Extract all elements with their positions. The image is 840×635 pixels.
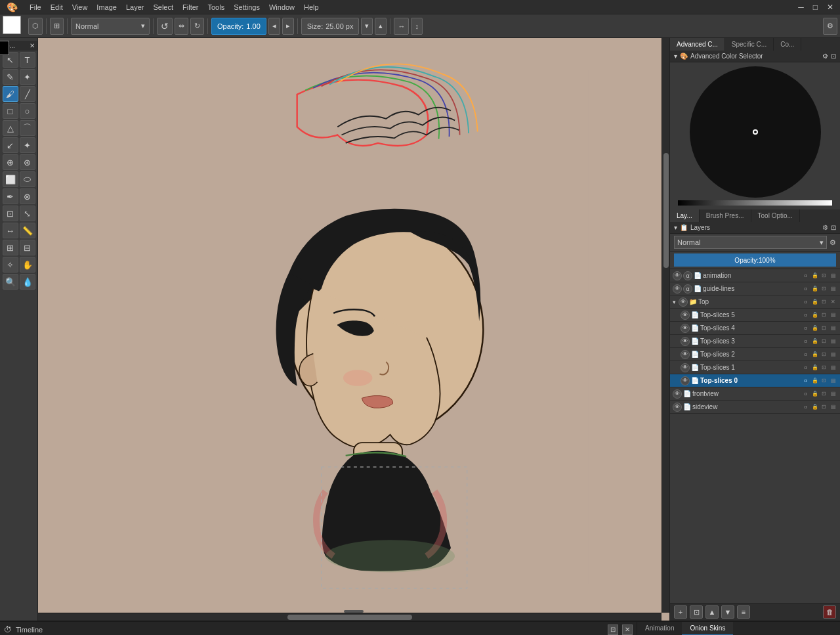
layer-vis-ts5[interactable]: 👁 [681, 311, 690, 320]
layer-vis-ts2[interactable]: 👁 [681, 350, 690, 359]
color-wheel[interactable] [690, 66, 821, 198]
size-value[interactable]: 25.00 px [326, 22, 353, 30]
spray-tool[interactable]: ✦ [20, 137, 35, 153]
layer-group-top[interactable]: ▾ 👁 📁 Top α 🔒 ⊡ ✕ [670, 296, 840, 309]
layer-vis-side[interactable]: 👁 [673, 403, 682, 412]
vertical-scrollbar[interactable] [662, 38, 669, 613]
layer-guide-lines[interactable]: 👁 α 📄 guide-lines α 🔒 ⊡ ▤ [670, 282, 840, 296]
reset-btn[interactable]: ↺ [157, 18, 173, 35]
layer-vis-front[interactable]: 👁 [673, 389, 682, 399]
tab-layers[interactable]: Lay... [670, 209, 700, 222]
text-tool[interactable]: T [20, 52, 35, 68]
magnetic-select[interactable]: ⊗ [20, 188, 35, 204]
opacity-input-group[interactable]: Opacity: 1.00 [211, 18, 266, 35]
menu-help[interactable]: Help [300, 2, 323, 12]
layer-sideview[interactable]: 👁 📄 sideview α 🔒 ⊡ ▤ [670, 401, 840, 414]
canvas-area[interactable] [38, 38, 669, 621]
ellipse-select[interactable]: ⬭ [20, 171, 35, 187]
polygon-tool[interactable]: △ [3, 120, 18, 136]
move-down-btn[interactable]: ▼ [721, 605, 734, 619]
window-max[interactable]: □ [809, 1, 822, 13]
panel-resize-handle[interactable] [344, 610, 364, 613]
bezier-tool[interactable]: ✧ [3, 257, 18, 273]
background-color[interactable] [0, 41, 9, 55]
timeline-popup-btn[interactable]: ⊡ [608, 624, 618, 635]
tab-brush-presets[interactable]: Brush Pres... [700, 209, 751, 222]
color-selector-settings[interactable]: ⚙ [822, 53, 828, 60]
window-min[interactable]: ─ [794, 1, 808, 13]
color-mode-btn[interactable]: ⬡ [28, 18, 43, 35]
layer-vis-ts1[interactable]: 👁 [681, 363, 690, 372]
warp-tool[interactable]: ↙ [3, 137, 18, 153]
menu-file[interactable]: File [26, 2, 45, 12]
grid-tool[interactable]: ⊟ [20, 240, 35, 255]
layer-vis-top[interactable]: 👁 [679, 297, 688, 307]
brush-tool[interactable]: 🖌 [3, 86, 18, 102]
flip-h-btn[interactable]: ↔ [394, 18, 409, 35]
copy-layer-btn[interactable]: ⊡ [690, 605, 703, 619]
transform-tool[interactable]: ↔ [3, 223, 18, 238]
layer-top-slices-4[interactable]: 👁 📄 Top-slices 4 α 🔒 ⊡ ▤ [670, 322, 840, 335]
delete-layer-btn[interactable]: 🗑 [823, 605, 836, 619]
add-layer-btn[interactable]: + [674, 605, 687, 619]
layers-settings[interactable]: ⚙ [822, 224, 828, 231]
foreground-color[interactable] [3, 16, 21, 34]
menu-settings[interactable]: Settings [230, 2, 264, 12]
timeline-close-btn[interactable]: ✕ [622, 624, 633, 635]
menu-select[interactable]: Select [149, 2, 177, 12]
size-input-group[interactable]: Size: 25.00 px [301, 18, 360, 35]
group-expand-arrow[interactable]: ▾ [673, 299, 676, 305]
window-close[interactable]: ✕ [823, 1, 837, 13]
tab-animation[interactable]: Animation [637, 622, 682, 635]
layer-vis-ts0[interactable]: 👁 [681, 376, 690, 385]
layer-top-slices-2[interactable]: 👁 📄 Top-slices 2 α 🔒 ⊡ ▤ [670, 348, 840, 361]
settings-btn[interactable]: ⚙ [823, 18, 837, 35]
rect-tool[interactable]: □ [3, 103, 18, 119]
menu-tools[interactable]: Tools [204, 2, 229, 12]
layer-vis-ts3[interactable]: 👁 [681, 337, 690, 346]
size-decr[interactable]: ▾ [361, 18, 373, 35]
layers-detach[interactable]: ⊡ [831, 224, 836, 231]
layer-alpha-animation[interactable]: α [683, 271, 692, 280]
brightness-slider[interactable] [678, 200, 832, 206]
toolbox-close[interactable]: ✕ [30, 42, 35, 49]
blend-mode-dropdown[interactable]: Normal ▾ [674, 236, 827, 249]
mirror-h-btn[interactable]: ⇔ [175, 18, 188, 35]
tab-onion-skins[interactable]: Onion Skins [682, 622, 733, 635]
opacity-decr[interactable]: ◂ [268, 18, 280, 35]
menu-window[interactable]: Window [265, 2, 299, 12]
layer-frontview[interactable]: 👁 📄 frontview α 🔒 ⊡ ▤ [670, 387, 840, 401]
freehand-select[interactable]: ⌒ [20, 120, 35, 136]
reference-tool[interactable]: ⊞ [3, 240, 18, 255]
brush-mode-dropdown[interactable]: Normal ▾ [71, 18, 150, 35]
tab-color3[interactable]: Co... [774, 38, 801, 51]
menu-layer[interactable]: Layer [122, 2, 148, 12]
menu-image[interactable]: Image [93, 2, 121, 12]
color-select[interactable]: ⊛ [20, 154, 35, 170]
rect-select[interactable]: ⬜ [3, 171, 18, 187]
layer-vis-guide[interactable]: 👁 [673, 284, 682, 294]
layer-alpha-guide[interactable]: α [683, 284, 692, 294]
flip-v-btn[interactable]: ↕ [411, 18, 423, 35]
menu-edit[interactable]: Edit [47, 2, 67, 12]
layer-vis-ts4[interactable]: 👁 [681, 324, 690, 333]
tab-specific-color[interactable]: Specific C... [725, 38, 774, 51]
layer-vis-animation[interactable]: 👁 [673, 271, 682, 280]
ruler-tool[interactable]: 📏 [20, 223, 35, 238]
ellipse-tool[interactable]: ○ [20, 103, 35, 119]
menu-view[interactable]: View [68, 2, 92, 12]
rotate-btn[interactable]: ↻ [190, 18, 204, 35]
menu-filter[interactable]: Filter [178, 2, 202, 12]
zoom-tool[interactable]: 🔍 [3, 274, 18, 290]
tab-tool-options[interactable]: Tool Optio... [751, 209, 800, 222]
crop-tool[interactable]: ⊡ [3, 206, 18, 221]
layer-animation[interactable]: 👁 α 📄 animation α 🔒 ⊡ ▤ [670, 269, 840, 282]
freehand-path[interactable]: ✒ [3, 188, 18, 204]
move-tool[interactable]: ⤡ [20, 206, 35, 221]
edit-tool[interactable]: ✎ [3, 69, 18, 85]
eyedrop-tool[interactable]: 💧 [20, 274, 35, 290]
grid-btn[interactable]: ⊞ [50, 18, 64, 35]
size-incr[interactable]: ▴ [375, 18, 387, 35]
move-up-btn[interactable]: ▲ [705, 605, 719, 619]
opacity-value[interactable]: 1.00 [246, 22, 260, 30]
